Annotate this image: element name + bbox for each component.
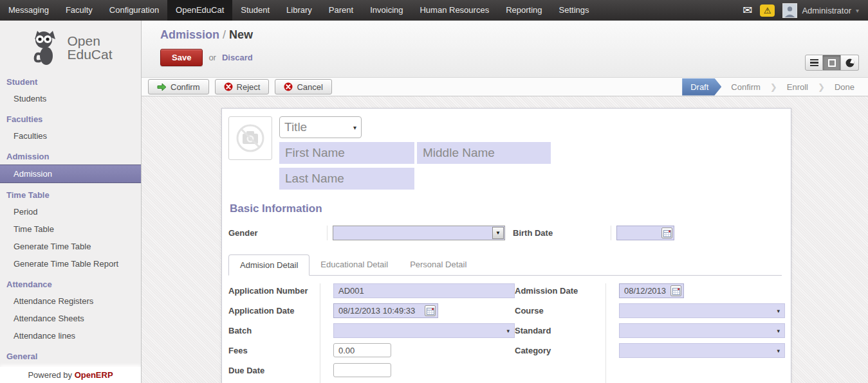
sidebar-item-generate-time-table-report[interactable]: Generate Time Table Report bbox=[0, 255, 141, 272]
dropdown-button-icon[interactable]: ▼ bbox=[492, 227, 504, 239]
breadcrumb-current: New bbox=[229, 28, 253, 41]
sidebar-item-time-table[interactable]: Time Table bbox=[0, 220, 141, 238]
graph-view-button[interactable] bbox=[841, 55, 859, 71]
status-step-done[interactable]: Done bbox=[825, 82, 864, 92]
middle-name-input[interactable] bbox=[417, 142, 551, 164]
menu-reporting[interactable]: Reporting bbox=[497, 0, 550, 21]
chevron-right-icon: ❯ bbox=[770, 82, 777, 92]
cat-logo-icon bbox=[28, 29, 64, 66]
powered-by-footer: Powered by OpenERP bbox=[0, 367, 141, 383]
tab-educational-detail[interactable]: Educational Detail bbox=[309, 254, 399, 275]
cancel-button[interactable]: Cancel bbox=[275, 79, 331, 94]
sidebar-section-faculties: Faculties bbox=[0, 107, 141, 127]
menu-invoicing[interactable]: Invoicing bbox=[362, 0, 411, 21]
due-date-input[interactable] bbox=[333, 363, 391, 377]
sidebar-item-students[interactable]: Students bbox=[0, 90, 141, 107]
breadcrumb: Admission / New bbox=[160, 28, 858, 42]
course-select[interactable]: ▾ bbox=[619, 303, 785, 318]
tab-personal-detail[interactable]: Personal Detail bbox=[399, 254, 477, 275]
due-date-label: Due Date bbox=[228, 363, 320, 383]
form-view-button[interactable] bbox=[823, 55, 841, 71]
sidebar-item-attendance-registers[interactable]: Attendance Registers bbox=[0, 292, 141, 310]
tab-admision-detail[interactable]: Admision Detail bbox=[228, 254, 309, 276]
or-label: or bbox=[208, 53, 216, 62]
sidebar: Open EduCat Student Students Faculties F… bbox=[0, 21, 142, 383]
field-separator bbox=[611, 226, 611, 240]
breadcrumb-separator: / bbox=[219, 28, 229, 41]
menu-openeducat[interactable]: OpenEduCat bbox=[167, 0, 232, 21]
openeducat-logo[interactable]: Open EduCat bbox=[0, 21, 141, 70]
username-label: Administrator bbox=[802, 6, 851, 15]
fees-input[interactable] bbox=[333, 343, 391, 357]
status-step-confirm[interactable]: Confirm bbox=[721, 82, 770, 92]
openerp-brand[interactable]: OpenERP bbox=[75, 370, 113, 380]
sidebar-item-generate-time-table[interactable]: Generate Time Table bbox=[0, 238, 141, 255]
calendar-icon[interactable] bbox=[670, 285, 681, 296]
fees-label: Fees bbox=[228, 343, 320, 363]
powered-by-label: Powered by bbox=[28, 370, 74, 380]
chevron-right-icon: ❯ bbox=[818, 82, 825, 92]
confirm-button[interactable]: Confirm bbox=[148, 79, 209, 94]
application-date-field bbox=[333, 303, 438, 318]
view-switcher bbox=[805, 55, 859, 71]
calendar-icon[interactable] bbox=[661, 227, 672, 238]
form-sheet: Title ▾ Basic Information bbox=[221, 108, 791, 383]
chevron-down-icon: ▾ bbox=[506, 328, 510, 334]
sidebar-item-attendance-sheets[interactable]: Attendance Sheets bbox=[0, 310, 141, 327]
list-view-icon bbox=[810, 59, 818, 67]
sidebar-item-attendance-lines[interactable]: Attendance lines bbox=[0, 327, 141, 344]
batch-select[interactable]: ▾ bbox=[333, 323, 515, 338]
user-avatar bbox=[782, 3, 797, 18]
menu-configuration[interactable]: Configuration bbox=[101, 0, 167, 21]
standard-select[interactable]: ▾ bbox=[619, 323, 785, 338]
sidebar-item-period[interactable]: Period bbox=[0, 203, 141, 220]
chevron-down-icon: ▾ bbox=[777, 348, 780, 354]
field-separator bbox=[605, 283, 606, 383]
chevron-down-icon: ▾ bbox=[353, 124, 356, 131]
sidebar-item-admission[interactable]: Admission bbox=[0, 165, 141, 183]
application-date-input[interactable] bbox=[334, 306, 423, 316]
first-name-input[interactable] bbox=[279, 142, 414, 164]
top-menubar: Messaging Faculty Configuration OpenEduC… bbox=[0, 0, 868, 21]
logo-text-line1: Open bbox=[67, 34, 112, 48]
gender-select[interactable]: ▼ bbox=[333, 226, 505, 240]
green-arrow-icon bbox=[157, 83, 167, 91]
status-step-enroll[interactable]: Enroll bbox=[777, 82, 818, 92]
list-view-button[interactable] bbox=[805, 55, 823, 71]
gender-label: Gender bbox=[228, 226, 327, 240]
menu-parent[interactable]: Parent bbox=[320, 0, 362, 21]
red-cross-icon bbox=[224, 82, 233, 91]
field-separator bbox=[320, 283, 320, 383]
form-toolbar: Confirm Reject Cancel Draft Confirm ❯ En… bbox=[142, 77, 868, 96]
breadcrumb-admission-link[interactable]: Admission bbox=[160, 28, 219, 41]
title-select[interactable]: Title ▾ bbox=[279, 116, 362, 138]
menu-human-resources[interactable]: Human Resources bbox=[411, 0, 497, 21]
menu-library[interactable]: Library bbox=[278, 0, 320, 21]
sidebar-section-attendance: Attendance bbox=[0, 272, 141, 292]
field-separator bbox=[327, 226, 328, 240]
mail-icon[interactable]: ✉ bbox=[743, 4, 752, 16]
student-photo-placeholder[interactable] bbox=[228, 116, 272, 160]
save-button[interactable]: Save bbox=[160, 49, 203, 66]
graph-pie-icon bbox=[845, 58, 854, 67]
category-select[interactable]: ▾ bbox=[619, 343, 785, 358]
basic-information-heading: Basic Information bbox=[230, 202, 782, 215]
sidebar-item-faculties[interactable]: Faculties bbox=[0, 127, 141, 145]
course-label: Course bbox=[515, 303, 605, 323]
red-cross-icon bbox=[284, 82, 293, 91]
last-name-input[interactable] bbox=[279, 168, 414, 190]
menu-student[interactable]: Student bbox=[232, 0, 278, 21]
discard-link[interactable]: Discard bbox=[222, 53, 253, 62]
topbar-right-area: ✉ ⚠ Administrator ▾ bbox=[743, 0, 868, 21]
user-menu[interactable]: Administrator ▾ bbox=[782, 3, 859, 18]
sidebar-section-student: Student bbox=[0, 70, 141, 90]
warning-icon[interactable]: ⚠ bbox=[760, 4, 775, 17]
calendar-icon[interactable] bbox=[425, 305, 436, 316]
birth-date-input[interactable] bbox=[616, 226, 674, 240]
menu-faculty[interactable]: Faculty bbox=[57, 0, 101, 21]
application-number-input[interactable] bbox=[333, 283, 515, 298]
menu-settings[interactable]: Settings bbox=[551, 0, 598, 21]
menu-messaging[interactable]: Messaging bbox=[0, 0, 57, 21]
reject-button[interactable]: Reject bbox=[215, 79, 270, 94]
admission-date-input[interactable] bbox=[620, 286, 669, 296]
